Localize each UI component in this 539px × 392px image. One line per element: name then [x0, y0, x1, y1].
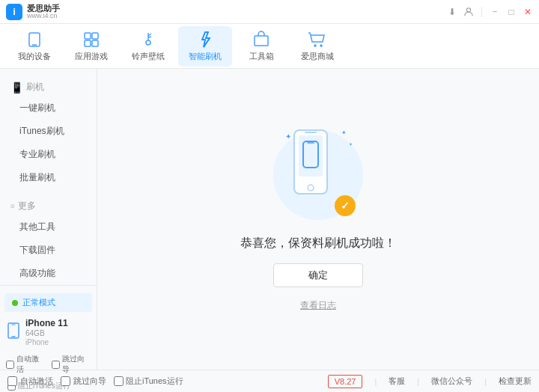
footer-setup-guide[interactable]: 跳过向导: [61, 376, 106, 387]
logo-icon: i: [6, 4, 22, 20]
nav-store[interactable]: 爱思商城: [290, 26, 344, 67]
footer-block-itunes-label: 阻止iTunes运行: [126, 376, 183, 387]
svg-point-0: [466, 7, 470, 11]
phone-svg: [288, 126, 333, 201]
device-details: iPhone 11 64GB iPhone: [25, 318, 68, 346]
auto-activate-label: 自动激活: [16, 354, 46, 375]
sidebar-batch-flash[interactable]: 批量刷机: [0, 166, 97, 189]
wechat-link[interactable]: 微信公众号: [431, 376, 472, 387]
content-area: ✦ ✦ ✦ ✓ 恭喜您，保资料刷机成功啦！ 确定: [97, 69, 539, 370]
svg-rect-7: [255, 36, 268, 46]
close-btn[interactable]: ✕: [523, 7, 533, 17]
sidebar-download-firmware[interactable]: 下载固件: [0, 239, 97, 262]
svg-rect-4: [92, 33, 98, 39]
success-illustration: ✦ ✦ ✦ ✓: [273, 126, 363, 224]
svg-rect-10: [8, 323, 19, 338]
success-title: 恭喜您，保资料刷机成功啦！: [240, 236, 396, 251]
device-storage: 64GB: [25, 329, 68, 337]
nav-store-label: 爱思商城: [301, 51, 334, 62]
titlebar: i 爱思助手 www.i4.cn ⬇ － □ ✕: [0, 0, 539, 24]
phone-section-icon: 📱: [10, 82, 23, 94]
nav-flash-label: 智能刷机: [189, 51, 222, 62]
footer-block-itunes-check[interactable]: 阻止iTunes运行: [114, 376, 183, 387]
footer-auto-activate-checkbox[interactable]: [7, 376, 17, 386]
main-layout: 📱 刷机 一键刷机 iTunes刷机 专业刷机 批量刷机 ≡ 更多 其他工具 下…: [0, 69, 539, 370]
support-link[interactable]: 客服: [389, 376, 405, 387]
version-badge: V8.27: [328, 375, 363, 388]
setup-guide-label: 跳过向导: [62, 354, 91, 375]
section-more-title: ≡ 更多: [0, 195, 97, 215]
device-mode-dot: [12, 300, 18, 306]
nav-smart-flash[interactable]: 智能刷机: [178, 26, 232, 67]
device-info: iPhone 11 64GB iPhone: [0, 313, 97, 351]
sparkle-3: ✦: [349, 141, 353, 147]
nav-apps-label: 应用游戏: [75, 51, 108, 62]
footer-left: 自动激活 跳过向导 阻止iTunes运行: [7, 376, 328, 387]
device-name: iPhone 11: [25, 318, 68, 328]
sidebar-one-click-flash[interactable]: 一键刷机: [0, 97, 97, 120]
sidebar-advanced[interactable]: 高级功能: [0, 262, 97, 285]
nav-tools-label: 工具箱: [249, 51, 274, 62]
nav-apps-games[interactable]: 应用游戏: [64, 26, 118, 67]
navbar: 我的设备 应用游戏 铃声壁纸 智能刷机 工具箱: [0, 24, 539, 69]
device-phone-icon: [7, 322, 19, 342]
svg-point-9: [320, 45, 322, 46]
nav-ringtones[interactable]: 铃声壁纸: [121, 26, 175, 67]
nav-ringtones-label: 铃声壁纸: [132, 51, 165, 62]
confirm-button[interactable]: 确定: [273, 263, 363, 287]
svg-point-8: [314, 45, 316, 46]
update-link[interactable]: 检查更新: [499, 376, 532, 387]
footer-block-itunes: 阻止iTunes运行: [114, 376, 183, 387]
sidebar-pro-flash[interactable]: 专业刷机: [0, 143, 97, 166]
footer-setup-guide-label: 跳过向导: [73, 376, 106, 387]
success-badge: ✓: [335, 195, 356, 216]
device-mode-label: 正常模式: [22, 297, 55, 308]
minimize-btn[interactable]: －: [490, 7, 500, 17]
nav-tools[interactable]: 工具箱: [235, 26, 287, 67]
footer-block-itunes-checkbox[interactable]: [114, 376, 124, 386]
sparkle-2: ✦: [341, 129, 347, 136]
logo-text: 爱思助手 www.i4.cn: [27, 4, 60, 20]
svg-rect-3: [85, 33, 91, 39]
user-btn[interactable]: [463, 7, 474, 17]
device-type: iPhone: [25, 338, 68, 346]
titlebar-right: ⬇ － □ ✕: [447, 7, 533, 17]
restore-btn[interactable]: □: [506, 7, 517, 17]
svg-rect-6: [92, 40, 98, 46]
more-section-icon: ≡: [10, 202, 15, 210]
titlebar-divider: [481, 7, 482, 17]
auto-activate-check[interactable]: 自动激活: [6, 354, 46, 375]
sidebar-checkboxes: 自动激活 跳过向导: [0, 351, 97, 378]
svg-rect-5: [85, 40, 91, 46]
sidebar: 📱 刷机 一键刷机 iTunes刷机 专业刷机 批量刷机 ≡ 更多 其他工具 下…: [0, 69, 97, 370]
device-mode: 正常模式: [4, 293, 92, 312]
nav-my-device-label: 我的设备: [18, 51, 51, 62]
section-flash-title: 📱 刷机: [0, 76, 97, 97]
nav-my-device[interactable]: 我的设备: [7, 26, 61, 67]
sidebar-itunes-flash[interactable]: iTunes刷机: [0, 120, 97, 143]
footer-setup-guide-checkbox[interactable]: [61, 376, 70, 386]
logo-url: www.i4.cn: [27, 13, 60, 20]
auto-activate-checkbox[interactable]: [6, 361, 14, 369]
view-log-link[interactable]: 查看日志: [300, 299, 336, 312]
download-btn[interactable]: ⬇: [447, 7, 457, 17]
setup-guide-checkbox[interactable]: [52, 361, 60, 369]
titlebar-left: i 爱思助手 www.i4.cn: [6, 4, 60, 20]
footer-auto-activate[interactable]: 自动激活: [7, 376, 53, 387]
sidebar-other-tools[interactable]: 其他工具: [0, 215, 97, 239]
logo-main: 爱思助手: [27, 4, 60, 13]
setup-guide-check[interactable]: 跳过向导: [52, 354, 91, 375]
footer-auto-activate-label: 自动激活: [20, 376, 53, 387]
footer-right: V8.27 | 客服 | 微信公众号 | 检查更新: [328, 375, 532, 388]
success-card: ✦ ✦ ✦ ✓ 恭喜您，保资料刷机成功啦！ 确定: [240, 126, 396, 312]
